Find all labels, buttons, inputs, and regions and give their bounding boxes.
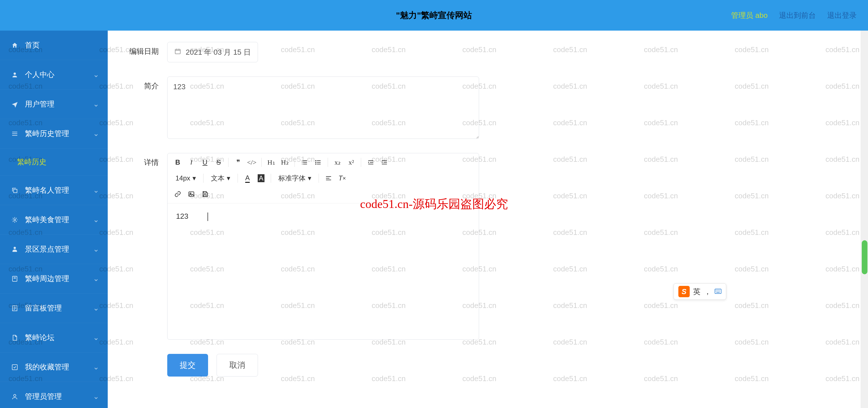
chevron-down-icon: ▾ xyxy=(308,174,311,182)
intro-textarea[interactable] xyxy=(167,76,479,139)
unordered-list-button[interactable] xyxy=(312,157,324,168)
toolbar-separator xyxy=(271,174,271,183)
sidebar-item-4[interactable]: 繁峙历史 xyxy=(0,149,108,176)
back-to-front-link[interactable]: 退出到前台 xyxy=(779,10,816,21)
sidebar-item-10[interactable]: 繁峙论坛⌄ xyxy=(0,323,108,352)
list-icon xyxy=(10,130,19,137)
image-button[interactable] xyxy=(186,188,197,200)
submit-button[interactable]: 提交 xyxy=(167,354,208,377)
paragraph-format-select[interactable]: 文本▾ xyxy=(208,172,234,184)
ime-badge[interactable]: S 英 ， xyxy=(674,283,726,300)
text-cursor xyxy=(208,213,208,221)
sidebar-item-6[interactable]: 繁峙美食管理⌄ xyxy=(0,205,108,234)
toolbar-separator xyxy=(294,158,295,167)
admin-icon xyxy=(10,393,19,400)
sidebar-item-0[interactable]: 首页 xyxy=(0,31,108,60)
link-button[interactable] xyxy=(172,188,183,200)
user-icon xyxy=(10,71,19,78)
sidebar-item-label: 繁峙历史管理 xyxy=(25,129,69,138)
calendar-icon xyxy=(174,48,181,57)
sidebar-item-9[interactable]: 留言板管理⌄ xyxy=(0,293,108,323)
strike-button[interactable]: S xyxy=(213,157,224,168)
doc-icon xyxy=(10,334,19,341)
sidebar-item-label: 繁峙名人管理 xyxy=(25,185,69,195)
align-button[interactable] xyxy=(323,172,334,184)
button-row: 提交 取消 xyxy=(167,354,844,377)
svg-rect-6 xyxy=(12,365,17,370)
main-content: 编辑日期 2021 年 03 月 15 日 简介 详情 B I U S ❞ </… xyxy=(108,31,861,408)
toolbar-separator xyxy=(238,174,238,183)
sidebar-item-label: 管理员管理 xyxy=(25,391,62,402)
sidebar-item-label: 繁峙周边管理 xyxy=(25,274,69,284)
chevron-down-icon: ⌄ xyxy=(93,186,99,195)
svg-point-2 xyxy=(14,219,16,221)
bold-button[interactable]: B xyxy=(172,157,183,168)
svg-point-9 xyxy=(315,160,316,161)
chevron-down-icon: ⌄ xyxy=(93,304,99,313)
sidebar-item-5[interactable]: 繁峙名人管理⌄ xyxy=(0,176,108,205)
form-row-date: 编辑日期 2021 年 03 月 15 日 xyxy=(125,42,844,62)
toolbar-separator xyxy=(261,158,262,167)
rich-editor: B I U S ❞ </> H₁ H₂ x₂ x² xyxy=(167,153,479,340)
sidebar-item-2[interactable]: 用户管理⌄ xyxy=(0,90,108,119)
svg-point-10 xyxy=(315,162,316,163)
sidebar-item-12[interactable]: 管理员管理⌄ xyxy=(0,382,108,408)
paragraph-format-value: 文本 xyxy=(211,174,224,183)
logout-link[interactable]: 退出登录 xyxy=(827,10,857,21)
scrollbar-thumb[interactable] xyxy=(862,240,867,274)
indent-left-button[interactable] xyxy=(365,157,376,168)
h2-button[interactable]: H₂ xyxy=(279,157,290,168)
subscript-button[interactable]: x₂ xyxy=(332,157,343,168)
underline-button[interactable]: U xyxy=(199,157,211,168)
quote-button[interactable]: ❞ xyxy=(232,157,244,168)
top-header: "魅力"繁峙宣传网站 管理员 abo 退出到前台 退出登录 xyxy=(0,0,868,31)
sidebar-item-label: 个人中心 xyxy=(25,70,55,80)
italic-button[interactable]: I xyxy=(186,157,197,168)
date-value: 2021 年 03 月 15 日 xyxy=(186,47,251,57)
clear-format-button[interactable]: T× xyxy=(337,172,348,184)
save-icon-button[interactable] xyxy=(199,188,211,200)
gear-icon xyxy=(10,217,19,223)
sidebar-item-8[interactable]: 繁峙周边管理⌄ xyxy=(0,264,108,293)
h1-button[interactable]: H₁ xyxy=(266,157,277,168)
svg-point-3 xyxy=(13,247,16,249)
check-icon xyxy=(10,364,19,371)
editor-body[interactable]: 123 xyxy=(167,203,479,339)
chevron-down-icon: ⌄ xyxy=(93,70,99,79)
editor-toolbar: B I U S ❞ </> H₁ H₂ x₂ x² xyxy=(167,153,479,203)
svg-point-7 xyxy=(13,395,16,397)
font-family-select[interactable]: 标准字体▾ xyxy=(275,172,315,184)
keyboard-icon xyxy=(715,286,721,297)
scrollbar-track[interactable] xyxy=(861,31,868,408)
indent-right-button[interactable] xyxy=(379,157,390,168)
ordered-list-button[interactable] xyxy=(299,157,310,168)
svg-rect-12 xyxy=(189,192,194,196)
sidebar-item-7[interactable]: 景区景点管理⌄ xyxy=(0,234,108,264)
svg-point-11 xyxy=(315,163,316,165)
text-color-button[interactable]: A xyxy=(242,172,253,184)
ime-punct: ， xyxy=(704,287,711,296)
toolbar-separator xyxy=(361,158,361,167)
sidebar-item-1[interactable]: 个人中心⌄ xyxy=(0,60,108,90)
ime-lang: 英 xyxy=(693,287,701,296)
intro-label: 简介 xyxy=(125,76,159,91)
sidebar-item-label: 用户管理 xyxy=(25,99,55,109)
superscript-button[interactable]: x² xyxy=(346,157,357,168)
font-family-value: 标准字体 xyxy=(278,174,306,183)
toolbar-separator xyxy=(203,174,204,183)
bg-color-button[interactable]: A xyxy=(255,172,267,184)
sidebar-item-3[interactable]: 繁峙历史管理⌄ xyxy=(0,119,108,149)
code-button[interactable]: </> xyxy=(246,157,257,168)
sidebar-item-label: 繁峙美食管理 xyxy=(25,215,69,225)
sidebar-item-11[interactable]: 我的收藏管理⌄ xyxy=(0,352,108,382)
copy-icon xyxy=(10,187,19,194)
chevron-down-icon: ⌄ xyxy=(93,392,99,401)
header-right: 管理员 abo 退出到前台 退出登录 xyxy=(731,10,857,21)
date-label: 编辑日期 xyxy=(125,42,159,56)
date-input[interactable]: 2021 年 03 月 15 日 xyxy=(167,42,258,62)
book-icon xyxy=(10,275,19,282)
cancel-button[interactable]: 取消 xyxy=(217,354,258,377)
site-title: "魅力"繁峙宣传网站 xyxy=(396,10,472,21)
font-size-select[interactable]: 14px▾ xyxy=(172,172,199,184)
form-row-detail: 详情 B I U S ❞ </> H₁ H₂ xyxy=(125,153,844,340)
